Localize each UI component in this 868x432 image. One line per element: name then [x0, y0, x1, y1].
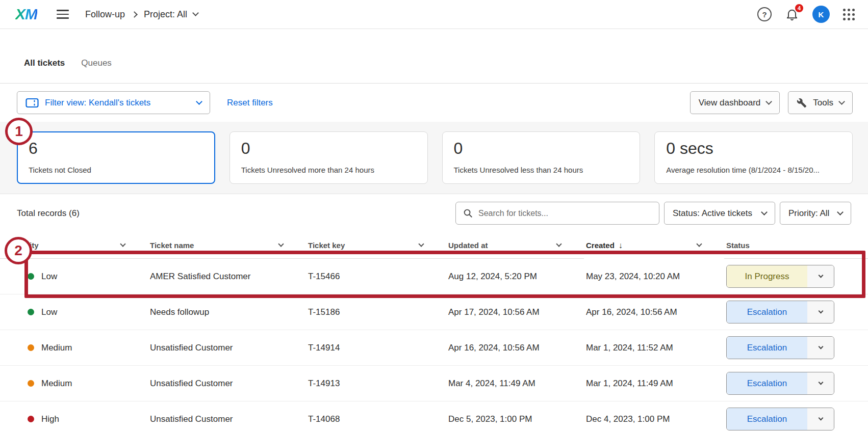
- created-at-cell: Apr 16, 2024, 10:56 AM: [584, 307, 724, 317]
- stat-label: Tickets Unresolved less than 24 hours: [454, 166, 629, 174]
- column-header-created[interactable]: Created ↓: [584, 232, 724, 259]
- search-input[interactable]: [478, 209, 652, 218]
- breadcrumb-section[interactable]: Follow-up: [85, 9, 125, 20]
- status-filter-dropdown[interactable]: Status: Active tickets: [664, 202, 775, 225]
- chevron-down-icon: [838, 98, 845, 105]
- created-at-cell: Dec 4, 2023, 1:00 PM: [584, 414, 724, 424]
- filter-view-dropdown[interactable]: Filter view: Kendall's tickets: [17, 91, 210, 114]
- status-cell: Escalation: [724, 372, 868, 395]
- avatar[interactable]: K: [812, 6, 830, 23]
- status-chevron-button[interactable]: [807, 372, 834, 394]
- column-header-status[interactable]: Status: [724, 232, 868, 259]
- chevron-down-icon[interactable]: [418, 241, 424, 247]
- view-dashboard-button[interactable]: View dashboard: [690, 91, 780, 114]
- breadcrumb: Follow-up Project: All: [85, 9, 198, 20]
- chevron-right-icon: [131, 11, 138, 18]
- xm-logo[interactable]: XM: [15, 6, 37, 23]
- toolbar-actions: View dashboard Tools: [690, 91, 853, 114]
- priority-label: Low: [41, 307, 57, 317]
- status-badge[interactable]: Escalation: [726, 336, 834, 359]
- hamburger-menu-icon[interactable]: [55, 8, 71, 21]
- table-body: Low AMER Satisfied Customer T-15466 Aug …: [0, 259, 868, 432]
- reset-filters-link[interactable]: Reset filters: [227, 98, 273, 108]
- ticket-icon: [25, 98, 39, 108]
- ticket-key-cell: T-14068: [306, 414, 446, 424]
- priority-dot: [28, 344, 34, 351]
- priority-label: Medium: [41, 343, 72, 353]
- updated-at-cell: Apr 16, 2024, 10:56 AM: [446, 343, 584, 353]
- priority-label: Medium: [41, 379, 72, 389]
- help-icon[interactable]: ?: [757, 7, 772, 21]
- column-label: Ticket key: [308, 241, 345, 250]
- tab-queues[interactable]: Queues: [81, 58, 112, 83]
- table-row[interactable]: Medium Unsatisfied Customer T-14914 Apr …: [0, 330, 868, 366]
- chevron-down-icon[interactable]: [556, 241, 561, 247]
- priority-cell: High: [0, 414, 148, 424]
- project-selector[interactable]: Project: All: [144, 9, 198, 20]
- chevron-down-icon: [196, 98, 202, 105]
- tools-button[interactable]: Tools: [788, 91, 853, 114]
- stat-value: 0: [454, 140, 629, 156]
- app-root: XM Follow-up Project: All ? 4 K: [0, 0, 868, 432]
- status-badge[interactable]: Escalation: [726, 372, 834, 395]
- stat-card-unresolved-less-24h[interactable]: 0 Tickets Unresolved less than 24 hours: [442, 131, 641, 184]
- tab-all-tickets[interactable]: All tickets: [24, 58, 65, 83]
- table-row[interactable]: Low Needs followup T-15186 Apr 17, 2024,…: [0, 294, 868, 330]
- chevron-down-icon[interactable]: [696, 241, 702, 247]
- priority-dot: [28, 416, 34, 422]
- chevron-down-icon[interactable]: [278, 241, 284, 247]
- column-label: Ticket name: [150, 241, 194, 250]
- status-badge[interactable]: Escalation: [726, 301, 834, 323]
- annotation-marker-2: 2: [5, 237, 32, 264]
- status-chevron-button[interactable]: [807, 265, 834, 287]
- status-badge-label: Escalation: [727, 337, 807, 359]
- stat-card-unresolved-more-24h[interactable]: 0 Tickets Unresolved more than 24 hours: [229, 131, 428, 184]
- table-row[interactable]: High Unsatisfied Customer T-14068 Dec 5,…: [0, 401, 868, 432]
- chevron-down-icon: [765, 98, 772, 105]
- status-chevron-button[interactable]: [807, 337, 834, 359]
- stat-cards: 6 Tickets not Closed 0 Tickets Unresolve…: [0, 122, 868, 194]
- priority-label: High: [41, 414, 59, 424]
- status-badge-label: In Progress: [727, 265, 807, 287]
- view-dashboard-label: View dashboard: [699, 98, 761, 108]
- ticket-name-cell: Needs followup: [148, 307, 306, 317]
- priority-cell: Medium: [0, 343, 148, 353]
- status-badge-label: Escalation: [727, 372, 807, 394]
- stat-value: 0 secs: [666, 140, 841, 156]
- records-controls: Status: Active tickets Priority: All: [455, 202, 851, 225]
- stat-label: Average resolution time (8/1/2024 - 8/15…: [666, 166, 841, 174]
- apps-grid-icon[interactable]: [843, 9, 855, 20]
- updated-at-cell: Mar 4, 2024, 11:49 AM: [446, 379, 584, 389]
- priority-cell: Medium: [0, 379, 148, 389]
- table-row[interactable]: Low AMER Satisfied Customer T-15466 Aug …: [0, 259, 868, 294]
- column-header-updated-at[interactable]: Updated at: [446, 232, 584, 259]
- ticket-name-cell: Unsatisfied Customer: [148, 379, 306, 389]
- breadcrumb-project: Project: All: [144, 9, 187, 20]
- status-badge[interactable]: In Progress: [726, 265, 834, 288]
- records-bar: Total records (6) Status: Active tickets…: [0, 194, 868, 232]
- stat-card-tickets-not-closed[interactable]: 6 Tickets not Closed: [17, 131, 215, 184]
- status-cell: Escalation: [724, 408, 868, 430]
- status-cell: Escalation: [724, 336, 868, 359]
- priority-filter-dropdown[interactable]: Priority: All: [780, 202, 851, 225]
- status-chevron-button[interactable]: [807, 408, 834, 430]
- ticket-name-cell: AMER Satisfied Customer: [148, 272, 306, 282]
- chevron-down-icon: [192, 10, 199, 16]
- table-row[interactable]: Medium Unsatisfied Customer T-14913 Mar …: [0, 366, 868, 401]
- status-badge-label: Escalation: [727, 408, 807, 430]
- stat-card-avg-resolution-time[interactable]: 0 secs Average resolution time (8/1/2024…: [654, 131, 853, 184]
- column-header-ticket-name[interactable]: Ticket name: [148, 232, 306, 259]
- chevron-down-icon[interactable]: [120, 241, 125, 247]
- status-filter-label: Status: Active tickets: [673, 208, 752, 219]
- column-label: Updated at: [448, 241, 488, 250]
- sort-descending-icon: ↓: [619, 241, 623, 250]
- status-chevron-button[interactable]: [807, 301, 834, 323]
- status-badge[interactable]: Escalation: [726, 408, 834, 430]
- search-box[interactable]: [455, 202, 659, 225]
- status-badge-label: Escalation: [727, 301, 807, 323]
- priority-cell: Low: [0, 307, 148, 317]
- column-header-ticket-key[interactable]: Ticket key: [306, 232, 446, 259]
- notifications-button[interactable]: 4: [785, 7, 799, 21]
- column-label: Status: [726, 241, 750, 250]
- filter-toolbar: Filter view: Kendall's tickets Reset fil…: [0, 84, 868, 122]
